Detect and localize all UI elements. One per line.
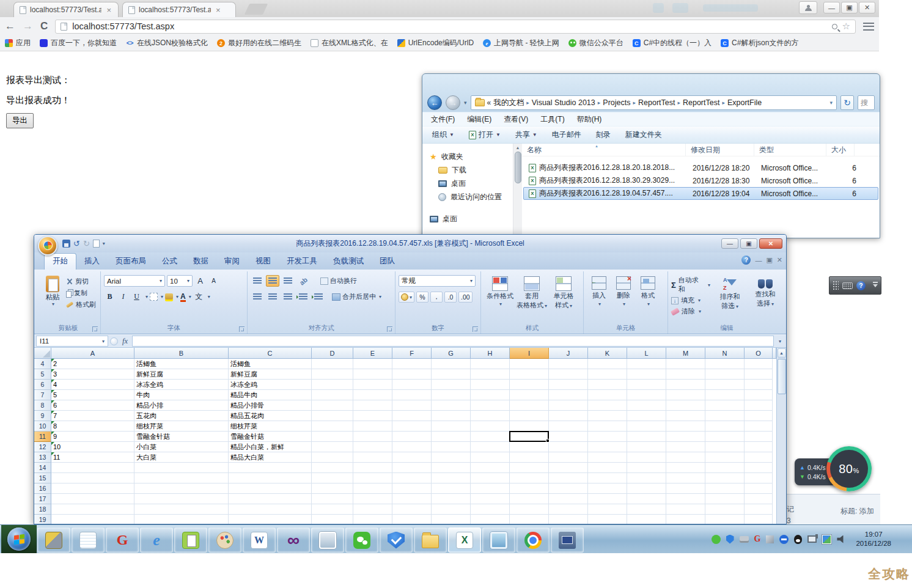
cell[interactable] [627,359,666,369]
cell[interactable] [432,442,471,452]
row-header-11[interactable]: 11 [34,432,51,442]
row-header-17[interactable]: 17 [34,494,51,504]
cell[interactable] [471,369,510,380]
dropdown-icon[interactable]: ▾ [208,294,210,300]
italic-button[interactable]: I [117,291,129,302]
cell[interactable] [392,515,432,524]
bookmark-item[interactable]: CC#中的线程（一）入 [633,38,712,48]
cell[interactable] [392,369,432,380]
cell[interactable] [666,515,705,524]
font-name-select[interactable]: Arial▾ [104,275,165,287]
cell[interactable] [588,452,627,463]
cell[interactable] [666,432,705,442]
excel-minimize-button[interactable]: — [721,238,738,249]
cell[interactable] [229,463,312,473]
column-header-E[interactable]: E [353,348,392,359]
cell[interactable] [229,473,312,483]
cell[interactable] [432,359,471,369]
tray-printer-icon[interactable] [740,536,749,543]
column-header-B[interactable]: B [134,348,229,359]
command-新建文件夹[interactable]: 新建文件夹 [625,130,662,140]
cell[interactable]: 细枝芹菜 [134,421,229,432]
bookmark-item[interactable]: UrlEncode编码/UrlD [397,38,474,48]
cell[interactable] [627,473,666,483]
cell[interactable] [627,369,666,380]
ribbon-tab-公式[interactable]: 公式 [154,254,185,270]
font-color-button[interactable]: A [180,293,186,300]
taskbar-button-image-viewer[interactable] [482,527,515,553]
cell[interactable] [745,400,773,411]
cell[interactable] [510,390,549,400]
cell[interactable] [510,442,549,452]
cell[interactable] [588,515,627,524]
cell[interactable] [745,452,773,463]
tray-ime-icon[interactable] [822,535,831,544]
breadcrumb-item[interactable]: ReportTest [683,98,719,107]
address-dropdown-icon[interactable]: ▾ [829,100,833,106]
ribbon-tab-负载测试[interactable]: 负载测试 [325,254,372,270]
cell[interactable] [627,504,666,515]
cell[interactable] [745,411,773,421]
ribbon-tab-数据[interactable]: 数据 [185,254,216,270]
cell[interactable] [705,380,745,390]
cell[interactable] [312,515,353,524]
ribbon-tab-团队[interactable]: 团队 [372,254,403,270]
tray-qq-icon[interactable] [794,535,802,544]
cell[interactable] [588,483,627,494]
percent-style-button[interactable]: % [416,292,428,303]
cell[interactable] [471,421,510,432]
cell[interactable] [588,504,627,515]
cell[interactable] [229,494,312,504]
row-header-14[interactable]: 14 [34,463,51,473]
bookmark-item[interactable]: e上网导航 - 轻快上网 [483,38,559,48]
cell[interactable] [353,369,392,380]
cell[interactable] [353,432,392,442]
fx-icon[interactable]: fx [120,337,130,346]
menu-item[interactable]: 工具(T) [540,114,564,125]
cell[interactable] [51,483,134,494]
cell[interactable] [549,452,588,463]
cell[interactable] [312,390,353,400]
taskbar-button-pc-manager[interactable] [380,527,413,553]
command-电子邮件[interactable]: 电子邮件 [552,130,581,140]
cell[interactable] [353,359,392,369]
cell[interactable] [471,483,510,494]
column-header-名称[interactable]: 名称▴ [522,144,686,156]
cell[interactable] [392,421,432,432]
cell[interactable] [705,369,745,380]
explorer-titlebar[interactable] [422,74,880,94]
cell[interactable] [588,390,627,400]
cell[interactable] [392,504,432,515]
cell[interactable] [312,411,353,421]
cell[interactable]: 细枝芹菜 [229,421,312,432]
scroll-up-icon[interactable]: ▲ [778,348,786,358]
ribbon-tab-审阅[interactable]: 审阅 [216,254,248,270]
cell[interactable] [312,483,353,494]
cell[interactable] [627,442,666,452]
cell[interactable] [588,369,627,380]
ribbon-tab-页面布局[interactable]: 页面布局 [108,254,154,270]
cell[interactable] [549,369,588,380]
cell[interactable] [510,504,549,515]
cell[interactable] [471,473,510,483]
shrink-font-button[interactable]: A [208,276,219,287]
cell[interactable] [745,483,773,494]
cell[interactable]: 新鲜豆腐 [134,369,229,380]
cell[interactable]: 小白菜 [134,442,229,452]
cell[interactable]: 精品小排骨 [229,400,312,411]
column-header-D[interactable]: D [312,348,353,359]
scrollbar-thumb[interactable] [515,152,521,183]
taskbar-button-remote-desktop[interactable] [551,527,584,553]
cell[interactable]: 11 [51,452,134,463]
column-header-修改日期[interactable]: 修改日期 [686,144,754,156]
cell[interactable]: 4 [51,380,134,390]
accounting-format-button[interactable]: ▾ [399,292,414,303]
tray-speaker-icon[interactable] [837,535,845,543]
print-preview-button[interactable] [93,240,100,248]
cell[interactable] [353,452,392,463]
column-header-N[interactable]: N [705,348,745,359]
cell[interactable] [705,400,745,411]
url-text[interactable]: localhost:57773/Test.aspx [72,21,826,31]
undo-button[interactable]: ↺ [73,239,80,248]
forward-button[interactable]: → [23,20,33,32]
